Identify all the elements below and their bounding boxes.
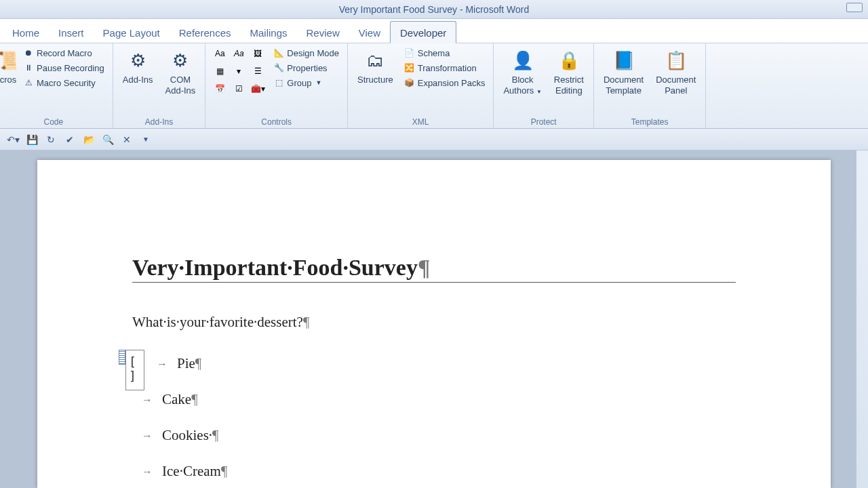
combo-box-control-button[interactable]: ▾ — [230, 64, 248, 79]
window-controls — [846, 3, 863, 14]
checkbox-control-button[interactable]: ☑ — [230, 81, 248, 96]
date-picker-control-button[interactable]: 📅 — [211, 81, 229, 96]
dropdown-arrow-icon: ▼ — [536, 89, 542, 95]
option-row-ice-cream[interactable]: → Ice·Cream¶ — [132, 463, 736, 480]
document-area[interactable]: Very·Important·Food·Survey¶ What·is·your… — [0, 150, 868, 488]
tab-developer[interactable]: Developer — [390, 21, 456, 43]
pause-recording-button[interactable]: ⏸ Pause Recording — [20, 61, 107, 75]
group-code: 📜 cros ⏺ Record Macro ⏸ Pause Recording … — [0, 43, 113, 128]
tab-mailings[interactable]: Mailings — [241, 22, 297, 43]
com-addins-icon: ⚙ — [167, 47, 194, 75]
group-controls: Aa Aa 🖼 ▦ ▾ ☰ 📅 ☑ 🧰▾ 📐 Desig — [205, 43, 348, 128]
minimize-button[interactable] — [846, 3, 863, 12]
spelling-button[interactable]: ✔ — [62, 132, 77, 147]
title-bar: Very Important Food Survey - Microsoft W… — [0, 0, 868, 19]
group-templates: 📘 Document Template 📋 Document Panel Tem… — [594, 43, 707, 128]
customize-qat-button[interactable]: ▼ — [138, 132, 153, 147]
close-doc-button[interactable]: ✕ — [119, 132, 134, 147]
undo-button[interactable]: ↶▾ — [5, 132, 20, 147]
dropdown-arrow-icon: ▼ — [316, 79, 322, 86]
security-icon: ⚠ — [23, 77, 34, 88]
com-addins-button[interactable]: ⚙ COM Add-Ins — [161, 46, 200, 97]
design-mode-icon: 📐 — [273, 47, 284, 58]
document-template-button[interactable]: 📘 Document Template — [599, 46, 648, 97]
tab-page-layout[interactable]: Page Layout — [94, 22, 170, 43]
window-title: Very Important Food Survey - Microsoft W… — [339, 4, 530, 15]
picture-control-button[interactable]: 🖼 — [249, 46, 267, 61]
pilcrow-icon: ¶ — [221, 463, 228, 480]
group-protect: 👤 Block Authors ▼ 🔒 Restrict Editing Pro… — [494, 43, 593, 128]
document-title[interactable]: Very·Important·Food·Survey¶ — [132, 255, 736, 283]
structure-button[interactable]: 🗂 Structure — [353, 46, 397, 87]
group-addins-label: Add-Ins — [119, 116, 200, 127]
record-macro-icon: ⏺ — [23, 47, 34, 58]
tab-mark-icon: → — [157, 358, 166, 370]
record-macro-button[interactable]: ⏺ Record Macro — [20, 46, 107, 60]
macros-button[interactable]: 📜 cros — [0, 46, 16, 87]
content-control-selected[interactable]: [ ] — [119, 350, 144, 390]
tab-view[interactable]: View — [349, 22, 390, 43]
group-addins: ⚙ Add-Ins ⚙ COM Add-Ins Add-Ins — [113, 43, 206, 128]
group-templates-label: Templates — [599, 116, 701, 127]
group-xml-label: XML — [353, 116, 488, 127]
addins-button[interactable]: ⚙ Add-Ins — [119, 46, 157, 87]
document-question[interactable]: What·is·your·favorite·dessert?¶ — [132, 314, 736, 331]
pause-icon: ⏸ — [23, 62, 34, 73]
option-row-cookies[interactable]: → Cookies·¶ — [132, 427, 736, 444]
macros-icon: 📜 — [0, 47, 16, 75]
tab-mark-icon: → — [142, 430, 151, 442]
group-controls-label: Controls — [211, 116, 342, 127]
restrict-editing-icon: 🔒 — [555, 47, 583, 75]
dropdown-list-control-button[interactable]: ☰ — [249, 64, 267, 79]
schema-icon: 📄 — [404, 47, 415, 58]
transformation-button[interactable]: 🔀 Transformation — [401, 61, 488, 75]
save-button[interactable]: 💾 — [24, 132, 39, 147]
tab-mark-icon: → — [142, 394, 151, 406]
pilcrow-icon: ¶ — [212, 427, 219, 444]
document-panel-button[interactable]: 📋 Document Panel — [652, 46, 700, 97]
properties-icon: 🔧 — [273, 62, 284, 73]
quick-access-toolbar: ↶▾ 💾 ↻ ✔ 📂 🔍 ✕ ▼ — [0, 129, 868, 150]
expansion-packs-button[interactable]: 📦 Expansion Packs — [401, 76, 488, 89]
tab-review[interactable]: Review — [297, 22, 349, 43]
block-authors-button[interactable]: 👤 Block Authors ▼ — [499, 46, 545, 97]
option-row-cake[interactable]: → Cake¶ — [132, 391, 736, 408]
option-label: Ice·Cream — [162, 463, 221, 480]
schema-button[interactable]: 📄 Schema — [401, 46, 488, 60]
content-control-handle[interactable] — [119, 350, 125, 365]
group-code-label: Code — [0, 116, 107, 127]
group-protect-label: Protect — [499, 116, 587, 127]
expansion-packs-icon: 📦 — [404, 77, 415, 88]
open-button[interactable]: 📂 — [81, 132, 96, 147]
tab-references[interactable]: References — [170, 22, 241, 43]
tab-mark-icon: → — [142, 466, 151, 478]
legacy-tools-button[interactable]: 🧰▾ — [249, 81, 267, 96]
properties-button[interactable]: 🔧 Properties — [271, 61, 342, 75]
building-block-control-button[interactable]: ▦ — [211, 64, 229, 79]
macros-label: cros — [0, 75, 16, 85]
ribbon: 📜 cros ⏺ Record Macro ⏸ Pause Recording … — [0, 43, 868, 129]
content-control-box[interactable]: [ ] — [125, 350, 144, 390]
vertical-scrollbar[interactable] — [856, 150, 868, 488]
group-icon: ⬚ — [273, 77, 284, 88]
document-page[interactable]: Very·Important·Food·Survey¶ What·is·your… — [37, 160, 831, 488]
rich-text-control-button[interactable]: Aa — [211, 46, 229, 61]
block-authors-icon: 👤 — [509, 47, 536, 75]
document-template-icon: 📘 — [610, 47, 637, 75]
tab-insert[interactable]: Insert — [49, 22, 94, 43]
pilcrow-icon: ¶ — [191, 391, 198, 408]
print-preview-button[interactable]: 🔍 — [100, 132, 115, 147]
plain-text-control-button[interactable]: Aa — [230, 46, 248, 61]
design-mode-button[interactable]: 📐 Design Mode — [271, 46, 342, 60]
group-button[interactable]: ⬚ Group ▼ — [271, 76, 342, 89]
macro-security-button[interactable]: ⚠ Macro Security — [20, 76, 107, 89]
option-label: Cake — [162, 391, 191, 408]
option-row-pie[interactable]: [ ] → Pie¶ — [132, 355, 736, 372]
transformation-icon: 🔀 — [404, 62, 415, 73]
group-xml: 🗂 Structure 📄 Schema 🔀 Transformation 📦 … — [348, 43, 494, 128]
tab-home[interactable]: Home — [3, 22, 49, 43]
repeat-button[interactable]: ↻ — [43, 132, 58, 147]
content-control-placeholder: [ ] — [129, 354, 144, 383]
restrict-editing-button[interactable]: 🔒 Restrict Editing — [550, 46, 588, 97]
structure-icon: 🗂 — [361, 47, 389, 75]
